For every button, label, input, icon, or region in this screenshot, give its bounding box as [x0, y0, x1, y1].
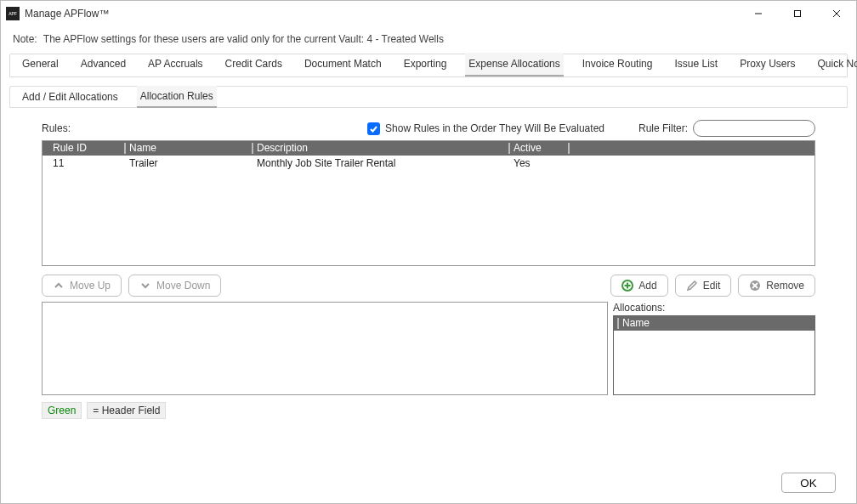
- cell-rule-active: Yes: [508, 157, 568, 169]
- main-tabs: GeneralAdvancedAP AccrualsCredit CardsDo…: [9, 54, 848, 77]
- check-icon: [369, 124, 378, 133]
- minimize-button[interactable]: [739, 1, 778, 26]
- tab-quick-notes[interactable]: Quick Notes: [814, 53, 858, 76]
- cell-rule-name: Trailer: [124, 157, 252, 169]
- subtab-allocation-rules[interactable]: Allocation Rules: [137, 86, 217, 108]
- move-down-label: Move Down: [156, 280, 210, 292]
- chevron-up-icon: [53, 280, 65, 292]
- rule-filter-wrap: Rule Filter:: [638, 120, 815, 137]
- cell-rule-tail: [568, 157, 814, 169]
- close-button[interactable]: [817, 1, 856, 26]
- tab-invoice-routing[interactable]: Invoice Routing: [579, 53, 656, 76]
- pencil-icon: [686, 280, 698, 292]
- th-rule-id[interactable]: Rule ID: [48, 141, 124, 156]
- th-rule-active[interactable]: Active: [508, 141, 568, 156]
- th-rule-desc[interactable]: Description: [252, 141, 508, 156]
- rules-table-header: Rule ID Name Description Active: [43, 141, 814, 156]
- rule-filter-label: Rule Filter:: [638, 122, 688, 134]
- note-row: Note: The APFlow settings for these user…: [1, 26, 856, 54]
- rules-table: Rule ID Name Description Active 11Traile…: [42, 140, 815, 266]
- th-rule-name[interactable]: Name: [124, 141, 252, 156]
- allocations-panel: Allocations: Name: [613, 302, 815, 395]
- lower-row: Allocations: Name: [42, 302, 815, 395]
- move-up-button[interactable]: Move Up: [42, 275, 122, 297]
- detail-panel: [42, 302, 608, 395]
- tab-ap-accruals[interactable]: AP Accruals: [145, 53, 206, 76]
- tab-exporting[interactable]: Exporting: [400, 53, 451, 76]
- show-order-checkbox[interactable]: [367, 122, 380, 135]
- add-label: Add: [638, 280, 656, 292]
- add-icon: [621, 280, 633, 292]
- show-order-check-wrap: Show Rules in the Order They Will Be Eva…: [367, 122, 604, 135]
- note-label: Note:: [13, 33, 37, 45]
- tab-document-match[interactable]: Document Match: [301, 53, 385, 76]
- titlebar: APF Manage APFlow™: [1, 1, 856, 26]
- move-down-button[interactable]: Move Down: [128, 275, 221, 297]
- chevron-down-icon: [139, 280, 151, 292]
- rules-topbar: Rules: Show Rules in the Order They Will…: [42, 120, 815, 137]
- add-button[interactable]: Add: [610, 275, 667, 297]
- maximize-button[interactable]: [778, 1, 817, 26]
- window-controls: [739, 1, 856, 26]
- show-order-label: Show Rules in the Order They Will Be Eva…: [385, 122, 604, 134]
- subtab-add-edit-allocations[interactable]: Add / Edit Allocations: [19, 87, 122, 107]
- move-up-label: Move Up: [70, 280, 111, 292]
- table-row[interactable]: 11TrailerMonthly Job Site Trailer Rental…: [43, 156, 814, 171]
- tab-expense-allocations[interactable]: Expense Allocations: [465, 53, 563, 76]
- rules-label: Rules:: [42, 122, 71, 134]
- minimize-icon: [754, 9, 763, 18]
- rules-table-body: 11TrailerMonthly Job Site Trailer Rental…: [43, 156, 814, 171]
- remove-button[interactable]: Remove: [738, 275, 815, 297]
- maximize-icon: [793, 9, 802, 18]
- note-text: The APFlow settings for these users are …: [43, 33, 444, 45]
- tab-issue-list[interactable]: Issue List: [671, 53, 721, 76]
- legend-desc: = Header Field: [87, 402, 166, 419]
- tab-proxy-users[interactable]: Proxy Users: [736, 53, 798, 76]
- allocations-label: Allocations:: [613, 302, 815, 314]
- remove-icon: [749, 280, 761, 292]
- app-icon: APF: [6, 7, 20, 20]
- remove-label: Remove: [766, 280, 804, 292]
- edit-label: Edit: [703, 280, 721, 292]
- allocations-table: Name: [613, 315, 815, 395]
- rule-filter-input[interactable]: [693, 120, 815, 137]
- tab-advanced[interactable]: Advanced: [77, 53, 129, 76]
- cell-rule-id: 11: [48, 157, 124, 169]
- tab-general[interactable]: General: [19, 53, 62, 76]
- content-area: Rules: Show Rules in the Order They Will…: [1, 108, 856, 464]
- close-icon: [832, 9, 841, 18]
- window: APF Manage APFlow™ Note: The APFlow sett…: [0, 0, 857, 504]
- cell-rule-desc: Monthly Job Site Trailer Rental: [252, 157, 508, 169]
- th-rule-tail: [568, 141, 814, 156]
- footer: OK: [1, 464, 856, 503]
- ok-button[interactable]: OK: [781, 473, 836, 493]
- sub-tabs: Add / Edit AllocationsAllocation Rules: [9, 86, 848, 108]
- tab-credit-cards[interactable]: Credit Cards: [222, 53, 286, 76]
- legend-green-chip: Green: [42, 402, 82, 419]
- edit-button[interactable]: Edit: [675, 275, 732, 297]
- svg-rect-1: [795, 11, 801, 17]
- rules-button-row: Move Up Move Down Add Edit: [42, 275, 815, 297]
- window-title: Manage APFlow™: [25, 8, 739, 20]
- allocations-th-name[interactable]: Name: [614, 316, 814, 331]
- legend-row: Green = Header Field: [42, 402, 815, 419]
